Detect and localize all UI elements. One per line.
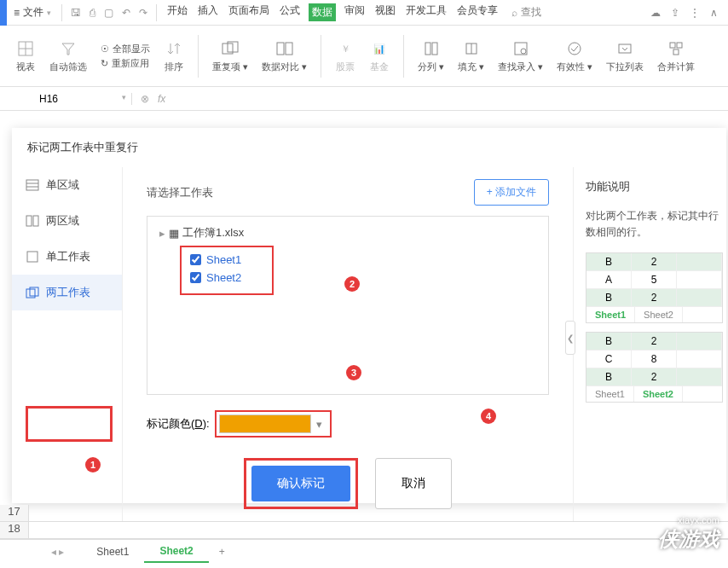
sidebar-item-single-sheet[interactable]: 单工作表 <box>12 239 122 275</box>
tab-view[interactable]: 视图 <box>373 3 397 21</box>
search-box[interactable]: ⌕ 查找 <box>511 5 541 20</box>
t2: D <box>194 417 202 430</box>
color-picker[interactable]: ▾ <box>215 410 332 438</box>
label: 填充 <box>458 61 477 72</box>
ribbon-pivot[interactable]: 视表 <box>10 38 41 73</box>
svg-point-11 <box>521 49 526 54</box>
sidebar-item-two-ranges[interactable]: 两区域 <box>12 203 122 239</box>
duplicates-icon <box>220 38 240 59</box>
workbook-node[interactable]: ▸ ▦ 工作簿1.xlsx <box>159 225 536 241</box>
compare-icon <box>274 38 295 59</box>
ribbon-filter-sub: ☉全部显示 ↻重新应用 <box>95 43 155 70</box>
collapse-panel-button[interactable]: ❮ <box>565 321 575 355</box>
tab-page-layout[interactable]: 页面布局 <box>227 3 271 21</box>
undo-icon[interactable]: ↶ <box>122 7 130 19</box>
show-all-button[interactable]: ☉全部显示 <box>101 43 150 55</box>
stocks-icon: ￥ <box>335 38 355 59</box>
formula-input[interactable] <box>181 88 721 110</box>
chevron-down-icon: ▾ <box>47 9 51 17</box>
sheet-nav-arrows[interactable]: ◂ ▸ <box>51 546 64 558</box>
watermark-logo: 侠游戏 <box>658 525 719 553</box>
ribbon: 视表 自动筛选 ☉全部显示 ↻重新应用 排序 重复项 ▾ 数据对比 ▾ ￥ 股票… <box>0 26 728 87</box>
cancel-button[interactable]: 取消 <box>375 458 452 509</box>
workbook-name: 工作簿1.xlsx <box>182 225 244 241</box>
tab-formula[interactable]: 公式 <box>278 3 302 21</box>
tab-insert[interactable]: 插入 <box>196 3 220 21</box>
print-icon[interactable]: ⎙ <box>90 7 95 19</box>
ribbon-filter[interactable]: 自动筛选 <box>44 38 92 73</box>
annotation-1: 1 <box>85 457 101 472</box>
workbook-icon: ▦ <box>169 227 179 240</box>
fx-icon[interactable]: fx <box>158 93 165 105</box>
cell <box>677 271 722 289</box>
row-18[interactable]: 18 <box>0 522 728 539</box>
add-sheet-button[interactable]: + <box>209 542 235 562</box>
ribbon-find-entry[interactable]: 查找录入 ▾ <box>493 38 548 73</box>
tab-start[interactable]: 开始 <box>165 3 189 21</box>
checkbox[interactable] <box>190 254 201 265</box>
chevron-down-icon: ▾ <box>311 418 327 431</box>
sidebar-item-single-range[interactable]: 单区域 <box>12 167 122 203</box>
row-17[interactable]: 17 <box>0 505 728 522</box>
sheet-tab-2[interactable]: Sheet2 <box>144 541 208 563</box>
row-header[interactable]: 17 <box>0 505 29 521</box>
sheet-tab-1[interactable]: Sheet1 <box>81 542 144 562</box>
ribbon-duplicates[interactable]: 重复项 ▾ <box>207 38 253 73</box>
example-table-2: B2 C8 B2 Sheet1Sheet2 <box>586 332 723 403</box>
label: 单区域 <box>46 177 79 193</box>
ribbon-data-compare[interactable]: 数据对比 ▾ <box>257 38 312 73</box>
sort-icon <box>164 38 184 59</box>
tab-data[interactable]: 数据 <box>309 3 336 21</box>
tab-review[interactable]: 审阅 <box>343 3 367 21</box>
cell: C <box>586 351 632 368</box>
label: 重复项 <box>212 61 240 72</box>
label: 分列 <box>418 61 436 72</box>
ribbon-dropdown-list[interactable]: 下拉列表 <box>601 38 649 73</box>
sheet-checkbox-1[interactable]: Sheet1 <box>190 251 263 269</box>
ribbon-split[interactable]: 分列 ▾ <box>413 38 449 73</box>
ribbon-consolidate[interactable]: 合并计算 <box>652 38 700 73</box>
expand-icon: ▸ <box>159 227 165 240</box>
spreadsheet-rows: 17 18 ◂ ▸ Sheet1 Sheet2 + <box>0 505 728 563</box>
tab: Sheet2 <box>635 307 683 322</box>
svg-rect-8 <box>432 43 437 55</box>
dialog-sidebar: 单区域 两区域 单工作表 两工作表 <box>12 167 123 521</box>
cell: B <box>586 333 632 351</box>
fill-icon <box>461 38 482 59</box>
sheet-checkbox-2[interactable]: Sheet2 <box>190 269 263 287</box>
dialog-title: 标记两工作表中重复行 <box>12 128 726 167</box>
row-header[interactable]: 18 <box>0 522 29 538</box>
ribbon-stocks[interactable]: ￥ 股票 <box>330 38 361 73</box>
redo-icon[interactable]: ↷ <box>139 7 147 19</box>
svg-rect-15 <box>677 43 682 48</box>
ribbon-sort[interactable]: 排序 <box>159 38 189 73</box>
collapse-icon[interactable]: ∧ <box>710 7 718 19</box>
preview-icon[interactable]: ▢ <box>104 7 113 19</box>
label: 查找录入 <box>498 61 535 72</box>
tab: Sheet2 <box>634 386 683 402</box>
save-icon[interactable]: 🖫 <box>71 7 81 19</box>
reapply-button[interactable]: ↻重新应用 <box>101 57 150 70</box>
watermark: xiayx.com 侠游戏 <box>658 515 719 553</box>
confirm-button[interactable]: 确认标记 <box>251 466 350 501</box>
add-file-button[interactable]: + 添加文件 <box>474 179 549 206</box>
more-icon[interactable]: ⋮ <box>690 7 700 19</box>
label: 全部显示 <box>113 43 150 55</box>
label: 股票 <box>336 61 355 73</box>
checkbox[interactable] <box>190 272 201 283</box>
tab-member[interactable]: 会员专享 <box>455 3 500 21</box>
ribbon-validity[interactable]: 有效性 ▾ <box>552 38 598 73</box>
cell-reference-box[interactable]: H16 <box>0 93 132 105</box>
ribbon-funds[interactable]: 📊 基金 <box>364 38 395 73</box>
cancel-fx-icon[interactable]: ⊗ <box>141 93 149 105</box>
file-menu[interactable]: ≡ 文件 ▾ <box>7 5 58 20</box>
cloud-icon[interactable]: ☁ <box>650 7 661 19</box>
confirm-highlight-box: 确认标记 <box>244 458 358 509</box>
share-icon[interactable]: ⇪ <box>671 7 679 19</box>
info-panel: ❮ 功能说明 对比两个工作表，标记其中行数相同的行。 B2 A5 B2 Shee… <box>573 167 726 521</box>
file-menu-label: 文件 <box>23 5 43 20</box>
label: 合并计算 <box>657 61 695 73</box>
tab-dev-tools[interactable]: 开发工具 <box>404 3 448 21</box>
ribbon-fill[interactable]: 填充 ▾ <box>453 38 489 73</box>
sidebar-item-two-sheets[interactable]: 两工作表 <box>12 275 122 310</box>
